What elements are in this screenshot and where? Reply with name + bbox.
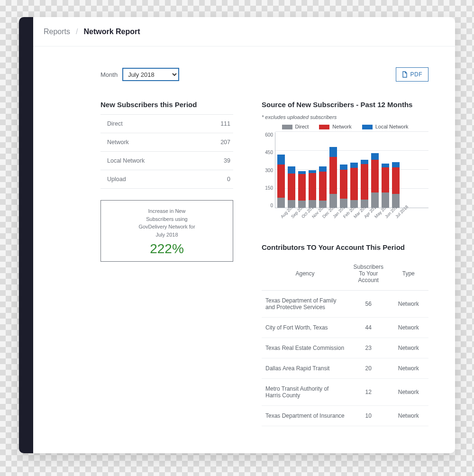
subscriber-row: Upload0 [100, 170, 233, 189]
breadcrumb-root[interactable]: Reports [44, 27, 70, 36]
chart-area: 6004503001500 Aug 2017Sep 2017Oct 2017No… [275, 132, 428, 216]
cell-type: Network [389, 291, 428, 318]
chart-note: * excludes uploaded subscribers [262, 114, 428, 120]
subscriber-row-value: 207 [220, 139, 230, 146]
chart-plot [275, 132, 428, 208]
chart-bar [277, 155, 285, 208]
col-agency: Agency [262, 257, 348, 291]
col-subs: Subscribers To Your Account [348, 257, 388, 291]
breadcrumb-separator: / [76, 27, 78, 36]
contributors-title: Contributors TO Your Account This Period [262, 243, 428, 251]
chart-x-label: Dec 2017 [321, 211, 330, 219]
chart-bar [329, 147, 337, 208]
table-row: City of Fort Worth, Texas44Network [262, 318, 428, 338]
chart-bar [340, 165, 347, 208]
contributors-tbody: Texas Department of Family and Protectiv… [262, 291, 428, 426]
left-nav-rail [19, 17, 33, 453]
pdf-button-label: PDF [410, 71, 423, 78]
month-picker: Month July 2018 [100, 68, 179, 81]
chart-x-label: Jun 2018 [384, 211, 392, 219]
callout-text: Increase in New Subscribers using GovDel… [106, 207, 228, 238]
chart-x-axis: Aug 2017Sep 2017Oct 2017Nov 2017Dec 2017… [275, 211, 428, 216]
cell-subs: 44 [348, 318, 388, 338]
new-subscribers-table: Direct111Network207Local Network39Upload… [100, 114, 233, 189]
cell-subs: 12 [348, 379, 388, 406]
chart-bar [309, 170, 316, 208]
subscriber-row: Local Network39 [100, 152, 233, 170]
chart-bar [371, 153, 379, 208]
cell-agency: Dallas Area Rapid Transit [262, 358, 348, 379]
subscriber-row: Direct111 [100, 115, 233, 133]
chart-bar [319, 166, 327, 208]
subscriber-row: Network207 [100, 133, 233, 152]
chart-x-label: Nov 2017 [311, 211, 319, 219]
chart-bar [361, 160, 368, 208]
cell-subs: 20 [348, 358, 388, 379]
table-row: Dallas Area Rapid Transit20Network [262, 358, 428, 379]
breadcrumb: Reports / Network Report [33, 17, 455, 46]
subscriber-row-label: Network [107, 139, 129, 146]
callout-value: 222% [106, 241, 228, 256]
content-pane: Reports / Network Report Month July 2018… [33, 17, 455, 453]
chart-x-label: May 2018 [374, 211, 382, 219]
right-column: Source of New Subscribers - Past 12 Mont… [262, 101, 428, 426]
chart-x-label: Jul 2018 [394, 211, 403, 219]
chart-bar [288, 166, 295, 208]
cell-type: Network [389, 379, 428, 406]
cell-type: Network [389, 338, 428, 358]
cell-agency: Texas Real Estate Commission [262, 338, 348, 358]
cell-subs: 10 [348, 406, 388, 426]
legend-network: Network [319, 124, 351, 129]
new-subscribers-title: New Subscribers this Period [100, 101, 233, 109]
cell-agency: City of Fort Worth, Texas [262, 318, 348, 338]
cell-agency: Texas Department of Family and Protectiv… [262, 291, 348, 318]
chart-bar [382, 164, 389, 208]
breadcrumb-current: Network Report [83, 27, 140, 36]
month-select[interactable]: July 2018 [122, 68, 179, 81]
chart-x-label: Mar 2018 [353, 211, 361, 219]
page-body: Month July 2018 PDF New Subscribers this… [33, 46, 455, 453]
chart-y-axis: 6004503001500 [262, 132, 273, 208]
chart-bar [350, 163, 358, 208]
cell-agency: Metro Transit Authority of Harris County [262, 379, 348, 406]
subscriber-row-label: Direct [107, 120, 123, 127]
increase-callout: Increase in New Subscribers using GovDel… [100, 200, 233, 262]
legend-local: Local Network [362, 124, 409, 129]
chart-x-label: Feb 2018 [342, 211, 351, 219]
chart-bar [392, 162, 400, 208]
cell-type: Network [389, 318, 428, 338]
subscriber-row-label: Upload [107, 176, 126, 183]
export-pdf-button[interactable]: PDF [396, 67, 429, 82]
chart-legend: Direct Network Local Network [262, 124, 428, 129]
subscriber-row-value: 111 [220, 120, 230, 127]
table-row: Texas Department of Insurance10Network [262, 406, 428, 426]
app-window: Reports / Network Report Month July 2018… [19, 17, 455, 453]
subscriber-row-value: 0 [227, 176, 230, 183]
table-row: Texas Real Estate Commission23Network [262, 338, 428, 358]
two-column-layout: New Subscribers this Period Direct111Net… [100, 101, 428, 426]
chart-x-label: Jan 2018 [332, 211, 340, 219]
table-row: Texas Department of Family and Protectiv… [262, 291, 428, 318]
chart-x-label: Aug 2017 [280, 211, 288, 219]
table-row: Metro Transit Authority of Harris County… [262, 379, 428, 406]
month-label: Month [100, 71, 118, 78]
chart-x-label: Sep 2017 [290, 211, 299, 219]
pdf-icon [402, 71, 408, 78]
chart-title: Source of New Subscribers - Past 12 Mont… [262, 101, 428, 109]
subscriber-row-value: 39 [224, 157, 230, 164]
controls-row: Month July 2018 PDF [100, 67, 428, 82]
chart-x-label: Oct 2017 [301, 211, 309, 219]
cell-type: Network [389, 406, 428, 426]
cell-agency: Texas Department of Insurance [262, 406, 348, 426]
subscriber-row-label: Local Network [107, 157, 145, 164]
cell-type: Network [389, 358, 428, 379]
chart-bar [298, 171, 306, 208]
col-type: Type [389, 257, 428, 291]
legend-direct: Direct [282, 124, 309, 129]
chart-x-label: Apr 2018 [363, 211, 372, 219]
contributors-table: Agency Subscribers To Your Account Type … [262, 257, 428, 426]
left-column: New Subscribers this Period Direct111Net… [100, 101, 233, 262]
cell-subs: 23 [348, 338, 388, 358]
cell-subs: 56 [348, 291, 388, 318]
